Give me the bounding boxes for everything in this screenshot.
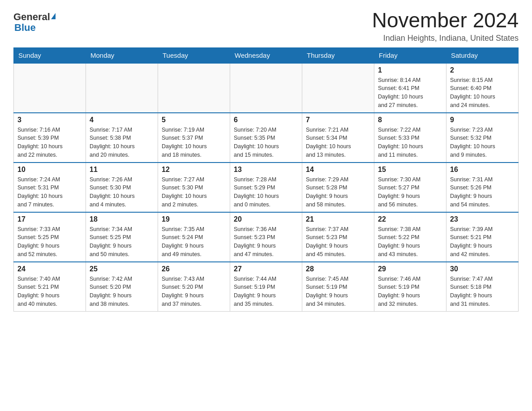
day-number: 5 xyxy=(162,116,226,124)
logo-blue-text: Blue xyxy=(13,22,36,34)
calendar-cell: 10Sunrise: 7:24 AM Sunset: 5:31 PM Dayli… xyxy=(14,163,86,212)
day-number: 25 xyxy=(90,265,154,273)
day-number: 13 xyxy=(234,166,298,174)
calendar-cell: 14Sunrise: 7:29 AM Sunset: 5:28 PM Dayli… xyxy=(302,163,374,212)
day-number: 22 xyxy=(378,215,442,223)
day-info: Sunrise: 7:33 AM Sunset: 5:25 PM Dayligh… xyxy=(17,225,82,259)
day-info: Sunrise: 7:36 AM Sunset: 5:23 PM Dayligh… xyxy=(234,225,298,259)
calendar-week-row: 10Sunrise: 7:24 AM Sunset: 5:31 PM Dayli… xyxy=(14,163,519,212)
calendar-cell: 11Sunrise: 7:26 AM Sunset: 5:30 PM Dayli… xyxy=(86,163,158,212)
page-header: General Blue November 2024 Indian Height… xyxy=(13,9,519,43)
day-info: Sunrise: 7:21 AM Sunset: 5:34 PM Dayligh… xyxy=(306,126,370,159)
calendar-cell: 21Sunrise: 7:37 AM Sunset: 5:23 PM Dayli… xyxy=(302,212,374,262)
calendar-week-row: 17Sunrise: 7:33 AM Sunset: 5:25 PM Dayli… xyxy=(14,212,519,262)
calendar-cell: 1Sunrise: 8:14 AM Sunset: 6:41 PM Daylig… xyxy=(374,63,446,113)
day-info: Sunrise: 7:30 AM Sunset: 5:27 PM Dayligh… xyxy=(378,176,442,209)
logo-triangle-icon xyxy=(51,13,56,19)
day-number: 1 xyxy=(378,66,442,74)
calendar-cell: 9Sunrise: 7:23 AM Sunset: 5:32 PM Daylig… xyxy=(446,113,519,163)
day-number: 14 xyxy=(306,166,370,174)
weekday-header-wednesday: Wednesday xyxy=(230,47,302,63)
calendar-cell: 26Sunrise: 7:43 AM Sunset: 5:20 PM Dayli… xyxy=(158,262,230,312)
day-info: Sunrise: 7:46 AM Sunset: 5:19 PM Dayligh… xyxy=(378,275,442,308)
day-info: Sunrise: 7:29 AM Sunset: 5:28 PM Dayligh… xyxy=(306,176,370,209)
day-info: Sunrise: 7:34 AM Sunset: 5:25 PM Dayligh… xyxy=(90,225,154,259)
day-info: Sunrise: 7:44 AM Sunset: 5:19 PM Dayligh… xyxy=(234,275,298,308)
calendar-table: SundayMondayTuesdayWednesdayThursdayFrid… xyxy=(13,47,519,312)
day-info: Sunrise: 7:24 AM Sunset: 5:31 PM Dayligh… xyxy=(17,176,82,209)
calendar-cell: 2Sunrise: 8:15 AM Sunset: 6:40 PM Daylig… xyxy=(446,63,519,113)
day-number: 12 xyxy=(162,166,226,174)
calendar-cell: 30Sunrise: 7:47 AM Sunset: 5:18 PM Dayli… xyxy=(446,262,519,312)
calendar-cell: 7Sunrise: 7:21 AM Sunset: 5:34 PM Daylig… xyxy=(302,113,374,163)
day-info: Sunrise: 8:14 AM Sunset: 6:41 PM Dayligh… xyxy=(378,76,442,110)
day-number: 3 xyxy=(17,116,82,124)
weekday-header-thursday: Thursday xyxy=(302,47,374,63)
calendar-cell: 24Sunrise: 7:40 AM Sunset: 5:21 PM Dayli… xyxy=(14,262,86,312)
day-number: 19 xyxy=(162,215,226,223)
day-info: Sunrise: 7:19 AM Sunset: 5:37 PM Dayligh… xyxy=(162,126,226,159)
day-info: Sunrise: 7:17 AM Sunset: 5:38 PM Dayligh… xyxy=(90,126,154,159)
day-number: 4 xyxy=(90,116,154,124)
day-number: 9 xyxy=(450,116,515,124)
calendar-cell: 22Sunrise: 7:38 AM Sunset: 5:22 PM Dayli… xyxy=(374,212,446,262)
weekday-header-sunday: Sunday xyxy=(14,47,86,63)
calendar-cell: 15Sunrise: 7:30 AM Sunset: 5:27 PM Dayli… xyxy=(374,163,446,212)
calendar-cell: 6Sunrise: 7:20 AM Sunset: 5:35 PM Daylig… xyxy=(230,113,302,163)
calendar-cell: 28Sunrise: 7:45 AM Sunset: 5:19 PM Dayli… xyxy=(302,262,374,312)
calendar-cell: 18Sunrise: 7:34 AM Sunset: 5:25 PM Dayli… xyxy=(86,212,158,262)
day-info: Sunrise: 7:38 AM Sunset: 5:22 PM Dayligh… xyxy=(378,225,442,259)
calendar-cell xyxy=(158,63,230,113)
day-number: 20 xyxy=(234,215,298,223)
location-title: Indian Heights, Indiana, United States xyxy=(372,34,519,43)
calendar-header-row: SundayMondayTuesdayWednesdayThursdayFrid… xyxy=(14,47,519,63)
calendar-cell: 17Sunrise: 7:33 AM Sunset: 5:25 PM Dayli… xyxy=(14,212,86,262)
logo-general-text: General xyxy=(13,11,50,23)
day-number: 26 xyxy=(162,265,226,273)
calendar-cell: 12Sunrise: 7:27 AM Sunset: 5:30 PM Dayli… xyxy=(158,163,230,212)
day-info: Sunrise: 7:35 AM Sunset: 5:24 PM Dayligh… xyxy=(162,225,226,259)
calendar-cell xyxy=(14,63,86,113)
calendar-week-row: 24Sunrise: 7:40 AM Sunset: 5:21 PM Dayli… xyxy=(14,262,519,312)
day-info: Sunrise: 7:39 AM Sunset: 5:21 PM Dayligh… xyxy=(450,225,515,259)
day-number: 28 xyxy=(306,265,370,273)
calendar-cell: 3Sunrise: 7:16 AM Sunset: 5:39 PM Daylig… xyxy=(14,113,86,163)
day-info: Sunrise: 7:45 AM Sunset: 5:19 PM Dayligh… xyxy=(306,275,370,308)
calendar-cell: 5Sunrise: 7:19 AM Sunset: 5:37 PM Daylig… xyxy=(158,113,230,163)
day-info: Sunrise: 7:47 AM Sunset: 5:18 PM Dayligh… xyxy=(450,275,515,308)
weekday-header-saturday: Saturday xyxy=(446,47,519,63)
day-info: Sunrise: 7:42 AM Sunset: 5:20 PM Dayligh… xyxy=(90,275,154,308)
day-info: Sunrise: 8:15 AM Sunset: 6:40 PM Dayligh… xyxy=(450,76,515,110)
calendar-cell: 19Sunrise: 7:35 AM Sunset: 5:24 PM Dayli… xyxy=(158,212,230,262)
day-info: Sunrise: 7:22 AM Sunset: 5:33 PM Dayligh… xyxy=(378,126,442,159)
calendar-cell: 27Sunrise: 7:44 AM Sunset: 5:19 PM Dayli… xyxy=(230,262,302,312)
day-info: Sunrise: 7:23 AM Sunset: 5:32 PM Dayligh… xyxy=(450,126,515,159)
title-block: November 2024 Indian Heights, Indiana, U… xyxy=(372,9,519,43)
calendar-week-row: 1Sunrise: 8:14 AM Sunset: 6:41 PM Daylig… xyxy=(14,63,519,113)
day-info: Sunrise: 7:26 AM Sunset: 5:30 PM Dayligh… xyxy=(90,176,154,209)
day-number: 23 xyxy=(450,215,515,223)
calendar-cell xyxy=(230,63,302,113)
day-number: 24 xyxy=(17,265,82,273)
calendar-cell xyxy=(302,63,374,113)
calendar-cell: 29Sunrise: 7:46 AM Sunset: 5:19 PM Dayli… xyxy=(374,262,446,312)
day-number: 7 xyxy=(306,116,370,124)
day-info: Sunrise: 7:27 AM Sunset: 5:30 PM Dayligh… xyxy=(162,176,226,209)
day-info: Sunrise: 7:40 AM Sunset: 5:21 PM Dayligh… xyxy=(17,275,82,308)
day-number: 27 xyxy=(234,265,298,273)
calendar-cell: 20Sunrise: 7:36 AM Sunset: 5:23 PM Dayli… xyxy=(230,212,302,262)
weekday-header-friday: Friday xyxy=(374,47,446,63)
day-info: Sunrise: 7:43 AM Sunset: 5:20 PM Dayligh… xyxy=(162,275,226,308)
day-number: 15 xyxy=(378,166,442,174)
weekday-header-tuesday: Tuesday xyxy=(158,47,230,63)
calendar-cell: 4Sunrise: 7:17 AM Sunset: 5:38 PM Daylig… xyxy=(86,113,158,163)
day-info: Sunrise: 7:37 AM Sunset: 5:23 PM Dayligh… xyxy=(306,225,370,259)
calendar-cell: 25Sunrise: 7:42 AM Sunset: 5:20 PM Dayli… xyxy=(86,262,158,312)
weekday-header-monday: Monday xyxy=(86,47,158,63)
calendar-week-row: 3Sunrise: 7:16 AM Sunset: 5:39 PM Daylig… xyxy=(14,113,519,163)
day-info: Sunrise: 7:28 AM Sunset: 5:29 PM Dayligh… xyxy=(234,176,298,209)
day-number: 29 xyxy=(378,265,442,273)
calendar-cell: 16Sunrise: 7:31 AM Sunset: 5:26 PM Dayli… xyxy=(446,163,519,212)
calendar-cell: 8Sunrise: 7:22 AM Sunset: 5:33 PM Daylig… xyxy=(374,113,446,163)
day-info: Sunrise: 7:16 AM Sunset: 5:39 PM Dayligh… xyxy=(17,126,82,159)
